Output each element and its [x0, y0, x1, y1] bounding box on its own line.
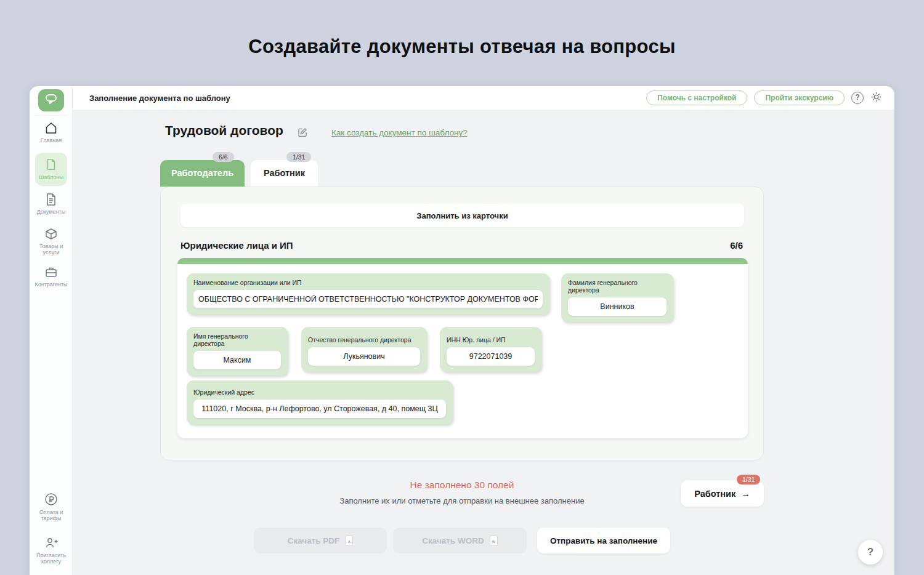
- sidebar-item-counterparties[interactable]: Контрагенты: [30, 265, 73, 288]
- package-box-icon: [30, 227, 73, 241]
- pencil-square-icon: [297, 127, 308, 140]
- tab-employer[interactable]: Работодатель: [160, 160, 245, 187]
- send-to-fill-label: Отправить на заполнение: [550, 536, 657, 545]
- org-name-input[interactable]: [193, 290, 543, 308]
- gear-icon: [870, 91, 882, 105]
- edit-title-button[interactable]: [297, 127, 308, 140]
- sidebar-item-home[interactable]: Главная: [30, 121, 73, 143]
- field-director-patronymic: Отчество генерального директора: [301, 327, 427, 372]
- field-org-name: Наименование организации или ИП: [187, 273, 549, 315]
- app-logo[interactable]: [38, 89, 64, 111]
- next-tab-badge: 1/31: [737, 475, 760, 485]
- template-file-icon: [44, 163, 58, 174]
- tab-employer-badge: 6/6: [213, 152, 234, 162]
- field-label: Отчество генерального директора: [308, 332, 420, 344]
- briefcase-icon: [30, 265, 73, 279]
- director-surname-input[interactable]: [568, 297, 667, 316]
- field-director-surname: Фамилия генерального директора: [561, 273, 673, 322]
- unfilled-warning: Не заполнено 30 полей: [160, 480, 764, 491]
- sidebar-divider: [34, 115, 67, 116]
- download-word-label: Скачать WORD: [422, 536, 484, 545]
- download-pdf-button[interactable]: Скачать PDF A: [254, 528, 387, 553]
- sidebar-item-label: Пригласить коллегу: [30, 552, 73, 565]
- sidebar-item-payment[interactable]: Оплата и тарифы: [30, 491, 73, 521]
- pdf-file-icon: A: [345, 536, 353, 545]
- ruble-circle-icon: [30, 491, 73, 507]
- field-label: Фамилия генерального директора: [568, 279, 667, 294]
- sidebar-item-label: Оплата и тарифы: [30, 509, 73, 521]
- download-pdf-label: Скачать PDF: [288, 536, 340, 545]
- document-lines-icon: [30, 192, 73, 207]
- sidebar-item-templates[interactable]: Шаблоны: [35, 153, 67, 186]
- how-to-create-link[interactable]: Как создать документ по шаблону?: [331, 128, 468, 137]
- sidebar-item-label: Товары и услуги: [30, 243, 73, 255]
- section-progress-bar: [177, 258, 748, 264]
- tab-employee-badge: 1/31: [286, 152, 311, 162]
- home-icon: [30, 121, 73, 135]
- field-inn: ИНН Юр. лица / ИП: [440, 327, 541, 372]
- sidebar-item-documents[interactable]: Документы: [30, 192, 73, 215]
- header-actions: Помочь с настройкой Пройти экскурсию ?: [646, 90, 882, 105]
- section-title: Юридические лица и ИП: [180, 240, 293, 251]
- field-legal-address: Юридический адрес: [187, 380, 453, 424]
- next-tab-label: Работник: [694, 489, 736, 499]
- speech-bubble-icon: [44, 92, 59, 108]
- sidebar-item-goods[interactable]: Товары и услуги: [30, 227, 73, 255]
- download-word-button[interactable]: Скачать WORD W: [393, 528, 527, 553]
- section-progress-count: 6/6: [730, 240, 743, 251]
- sidebar-item-label: Шаблоны: [35, 174, 67, 180]
- app-header: Заполнение документа по шаблону Помочь с…: [73, 86, 894, 110]
- settings-button[interactable]: [870, 91, 882, 105]
- word-file-icon: W: [490, 536, 498, 545]
- field-label: Юридический адрес: [193, 386, 446, 396]
- window-title: Заполнение документа по шаблону: [89, 94, 230, 103]
- help-button[interactable]: ?: [851, 92, 864, 104]
- document-title: Трудовой договор: [165, 123, 283, 138]
- form-card: Заполнить из карточки Юридические лица и…: [160, 187, 764, 460]
- legal-address-input[interactable]: [193, 400, 446, 418]
- field-director-name: Имя генерального директора: [187, 327, 288, 376]
- app-window: Главная Шаблоны Документы: [30, 86, 894, 575]
- tab-employee[interactable]: Работник: [251, 160, 318, 187]
- send-to-fill-button[interactable]: Отправить на заполнение: [537, 528, 670, 553]
- question-icon: ?: [851, 92, 864, 104]
- sidebar: Главная Шаблоны Документы: [30, 86, 73, 575]
- fields-panel: Наименование организации или ИП Фамилия …: [177, 258, 748, 438]
- help-setup-button[interactable]: Помочь с настройкой: [646, 90, 747, 105]
- sidebar-item-invite[interactable]: Пригласить коллегу: [30, 536, 73, 565]
- arrow-right-icon: →: [741, 489, 750, 499]
- main-content: Трудовой договор Как создать документ по…: [73, 110, 894, 575]
- sidebar-item-label: Главная: [30, 137, 73, 143]
- field-label: ИНН Юр. лица / ИП: [447, 332, 535, 344]
- fill-hint: Заполните их или отметьте для отправки н…: [160, 496, 764, 505]
- floating-help-button[interactable]: ?: [858, 540, 883, 565]
- fill-from-card-button[interactable]: Заполнить из карточки: [180, 204, 744, 227]
- sidebar-item-label: Контрагенты: [30, 281, 73, 288]
- director-name-input[interactable]: [193, 351, 281, 369]
- person-plus-icon: [30, 536, 73, 550]
- sidebar-item-label: Документы: [30, 209, 73, 215]
- director-patronymic-input[interactable]: [308, 347, 420, 366]
- take-tour-button[interactable]: Пройти экскурсию: [754, 90, 845, 105]
- field-label: Имя генерального директора: [193, 332, 281, 347]
- inn-input[interactable]: [447, 347, 535, 366]
- field-label: Наименование организации или ИП: [193, 279, 543, 286]
- page-title: Создавайте документы отвечая на вопросы: [0, 36, 924, 58]
